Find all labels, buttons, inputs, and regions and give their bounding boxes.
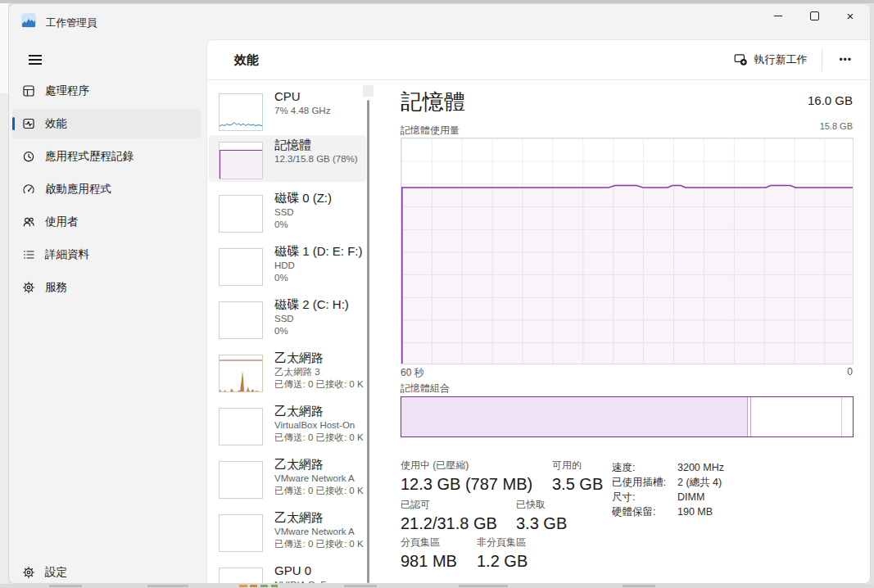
sidebar-item-label: 處理程序 xyxy=(45,84,89,98)
perf-item-title: 乙太網路 xyxy=(274,456,366,473)
stat-value: 3.5 GB xyxy=(552,474,603,494)
info-form-factor: 尺寸: DIMM xyxy=(612,490,724,504)
sidebar-item-processes[interactable]: 處理程序 xyxy=(12,76,201,106)
stat-cached: 已快取 3.3 GB xyxy=(516,498,567,533)
sidebar-item-app-history[interactable]: 應用程式歷程記錄 xyxy=(12,142,201,171)
perf-item-ethernet4[interactable]: 乙太網路 VMware Network A 已傳送: 0 已接收: 0 K xyxy=(209,508,366,559)
perf-item-title: 磁碟 1 (D: E: F:) xyxy=(274,243,366,260)
perf-item-type: SSD xyxy=(274,206,366,219)
run-new-task-button[interactable]: 執行新工作 xyxy=(727,47,813,73)
background-bottom-strip xyxy=(0,584,874,588)
startup-apps-icon xyxy=(22,183,35,196)
composition-divider xyxy=(750,397,751,436)
time-axis-zero: 0 xyxy=(847,366,853,378)
stat-label: 可用的 xyxy=(552,459,603,473)
perf-item-stats: 已傳送: 0 已接收: 0 K xyxy=(274,378,366,391)
new-task-icon xyxy=(734,52,747,68)
info-value: 3200 MHz xyxy=(677,460,724,475)
perf-item-stats: 12.3/15.8 GB (78%) xyxy=(274,153,366,165)
window-controls: × xyxy=(760,4,868,28)
app-history-icon xyxy=(22,150,35,163)
perf-item-title: 乙太網路 xyxy=(274,403,366,419)
services-icon xyxy=(22,281,35,294)
close-icon: × xyxy=(847,10,854,22)
disk-mini-graph xyxy=(219,195,263,233)
stat-non-paged-pool: 非分頁集區 1.2 GB xyxy=(477,536,528,571)
perf-item-title: 記憶體 xyxy=(274,137,366,153)
section-divider xyxy=(207,79,871,80)
sidebar-item-settings[interactable]: 設定 xyxy=(12,558,201,584)
perf-item-stats: 0% xyxy=(274,219,366,231)
performance-icon xyxy=(22,117,35,130)
stat-label: 分頁集區 xyxy=(401,536,457,550)
info-slots: 已使用插槽: 2 (總共 4) xyxy=(612,475,724,490)
detail-title: 記憶體 xyxy=(401,88,466,116)
window-title: 工作管理員 xyxy=(46,16,97,30)
perf-item-cpu[interactable]: CPU 7% 4.48 GHz xyxy=(209,87,366,134)
minimize-button[interactable] xyxy=(760,4,796,28)
more-options-icon: ••• xyxy=(839,54,852,66)
sidebar-item-label: 使用者 xyxy=(45,215,79,229)
ethernet-mini-graph xyxy=(219,355,263,392)
memory-usage-graph xyxy=(401,138,854,364)
perf-item-stats: 7% 4.48 GHz xyxy=(274,105,366,117)
memory-mini-graph xyxy=(219,142,263,179)
sidebar-item-services[interactable]: 服務 xyxy=(12,273,201,302)
screen: 工作管理員 × 處理程序 效能 xyxy=(0,0,874,588)
composition-divider xyxy=(747,397,748,436)
info-label: 硬體保留: xyxy=(612,504,677,519)
hardware-info: 速度: 3200 MHz 已使用插槽: 2 (總共 4) 尺寸: DIMM 硬體… xyxy=(612,460,724,519)
header-actions: 執行新工作 ••• xyxy=(727,47,860,73)
info-value: 2 (總共 4) xyxy=(677,475,722,490)
stat-label: 已快取 xyxy=(516,498,567,512)
info-speed: 速度: 3200 MHz xyxy=(612,460,724,475)
settings-label: 設定 xyxy=(45,565,67,580)
perf-item-gpu0[interactable]: GPU 0 NVIDIA GeForce ... xyxy=(209,561,366,584)
selected-accent-bar xyxy=(12,117,15,130)
info-hardware-reserved: 硬體保留: 190 MB xyxy=(612,504,724,519)
stat-label: 已認可 xyxy=(401,498,497,512)
perf-item-type: SSD xyxy=(274,313,366,325)
stat-value: 981 MB xyxy=(401,551,457,571)
memory-composition-bar xyxy=(401,396,854,437)
perf-item-ethernet3[interactable]: 乙太網路 VMware Network A 已傳送: 0 已接收: 0 K xyxy=(209,455,366,505)
stat-value: 1.2 GB xyxy=(477,551,528,571)
close-button[interactable]: × xyxy=(832,4,868,28)
perf-item-title: 乙太網路 xyxy=(274,350,366,366)
usage-graph-label: 記憶體使用量 xyxy=(401,124,460,138)
perf-item-adapter: NVIDIA GeForce ... xyxy=(274,579,366,584)
info-label: 速度: xyxy=(612,460,677,475)
stat-committed: 已認可 21.2/31.8 GB xyxy=(401,498,497,533)
maximize-button[interactable] xyxy=(796,4,832,28)
perf-item-memory[interactable]: 記憶體 12.3/15.8 GB (78%) xyxy=(209,135,366,182)
perf-item-adapter: 乙太網路 3 xyxy=(274,366,366,378)
perf-item-disk0[interactable]: 磁碟 0 (Z:) SSD 0% xyxy=(209,188,366,239)
sidebar-item-label: 詳細資料 xyxy=(45,247,89,262)
cpu-mini-graph xyxy=(219,93,263,131)
sidebar-item-startup-apps[interactable]: 啟動應用程式 xyxy=(12,174,201,204)
background-window-edge xyxy=(0,3,8,584)
usage-scale-max: 15.8 GB xyxy=(820,121,853,131)
perf-item-ethernet2[interactable]: 乙太網路 VirtualBox Host-On 已傳送: 0 已接收: 0 K xyxy=(209,401,366,452)
memory-total: 16.0 GB xyxy=(808,93,853,107)
sidebar-item-performance[interactable]: 效能 xyxy=(12,109,201,138)
sidebar-item-label: 啟動應用程式 xyxy=(45,182,111,197)
perf-item-ethernet1[interactable]: 乙太網路 乙太網路 3 已傳送: 0 已接收: 0 K xyxy=(209,348,366,399)
perf-item-stats: 0% xyxy=(274,325,366,337)
composition-divider xyxy=(841,397,842,436)
details-icon xyxy=(22,248,35,261)
perf-item-title: 磁碟 0 (Z:) xyxy=(274,190,366,206)
perf-item-disk1[interactable]: 磁碟 1 (D: E: F:) HDD 0% xyxy=(209,242,366,292)
sidebar-item-details[interactable]: 詳細資料 xyxy=(12,240,201,269)
background-right-strip xyxy=(871,3,874,584)
perf-item-title: 磁碟 2 (C: H:) xyxy=(274,296,366,313)
scrollbar-thumb[interactable] xyxy=(367,100,369,583)
more-options-button[interactable]: ••• xyxy=(831,49,860,70)
perf-item-disk2[interactable]: 磁碟 2 (C: H:) SSD 0% xyxy=(209,295,366,346)
perf-item-adapter: VMware Network A xyxy=(274,473,366,485)
stat-in-use: 使用中 (已壓縮) 12.3 GB (787 MB) xyxy=(401,459,532,494)
time-axis-label: 60 秒 xyxy=(401,366,424,380)
scrollbar-track[interactable] xyxy=(363,85,374,97)
navigation-menu-button[interactable] xyxy=(20,47,48,73)
sidebar-item-users[interactable]: 使用者 xyxy=(12,207,201,237)
